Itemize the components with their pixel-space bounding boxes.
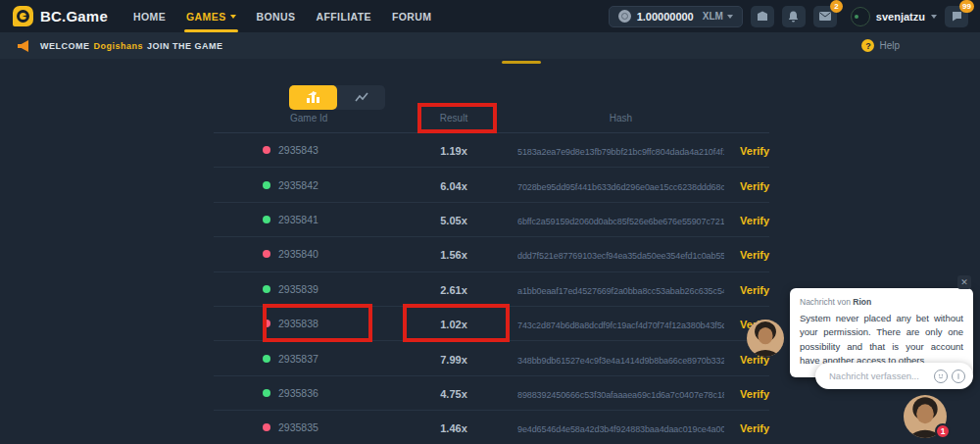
game-history-table: Game Id Result Hash 2935843 1.19x 5183a2…: [214, 103, 769, 444]
nav-item-label: AFFILIATE: [316, 11, 370, 23]
agent-avatar-photo: [747, 320, 784, 357]
table-row[interactable]: 2935839 2.61x a1bb0eaaf17ed4527669f2a0bb…: [214, 272, 769, 307]
currency-dropdown[interactable]: XLM: [703, 11, 733, 22]
main-nav: HOMEGAMESBONUSAFFILIATEFORUM: [133, 11, 432, 23]
nav-item-label: BONUS: [257, 11, 296, 23]
mail-badge: 2: [830, 0, 843, 13]
bc-game-logo-text: BC.Game: [40, 8, 108, 25]
megaphone-icon: [18, 40, 28, 52]
table-row[interactable]: 2935841 5.05x 6bffc2a59159d2060d0abc85f5…: [214, 203, 769, 237]
chat-toggle-button[interactable]: 99: [945, 6, 968, 27]
message-from-label: Nachricht von: [800, 297, 851, 307]
help-label: Help: [879, 40, 900, 51]
chevron-down-icon: [931, 15, 937, 19]
result-value: 4.75x: [440, 388, 467, 400]
verify-link[interactable]: Verify: [740, 284, 769, 296]
game-id-value: 2935842: [278, 179, 318, 191]
message-sender: Rion: [853, 297, 871, 307]
result-status-dot: [263, 355, 270, 363]
chat-unread-badge: 1: [935, 423, 951, 439]
chevron-down-icon: [727, 15, 733, 19]
trend-chart-icon: [355, 92, 368, 103]
nav-item-games[interactable]: GAMES: [186, 11, 236, 23]
verify-link[interactable]: Verify: [740, 180, 769, 192]
user-avatar-icon: [851, 7, 870, 26]
welcome-join: JOIN THE GAME: [147, 41, 223, 51]
result-value: 1.46x: [440, 422, 467, 434]
verify-link[interactable]: Verify: [740, 145, 769, 157]
game-id-value: 2935839: [278, 283, 318, 295]
header-hash: Hash: [517, 113, 724, 123]
chat-message-text: System never placed any bet without your…: [800, 312, 963, 368]
balance-selector[interactable]: 1.00000000 XLM: [609, 6, 743, 27]
game-id-value: 2935840: [278, 248, 318, 260]
result-status-dot: [263, 320, 270, 327]
result-value: 2.61x: [440, 284, 467, 296]
table-row[interactable]: 2935835 1.46x 9e4d6546d4e58a42d3b4f92488…: [214, 411, 769, 444]
hash-value: 7028be95dd95f441b633d6d296e0ae15cc6238dd…: [517, 182, 724, 192]
nav-item-label: GAMES: [186, 11, 226, 23]
result-value: 6.04x: [440, 180, 467, 192]
table-row[interactable]: 2935837 7.99x 348bb9db61527e4c9f3e4a1414…: [214, 341, 769, 375]
nav-item-label: FORUM: [392, 11, 432, 23]
mail-button[interactable]: 2: [813, 6, 837, 27]
nav-item-affiliate[interactable]: AFFILIATE: [316, 11, 370, 23]
header-result: Result: [390, 113, 517, 123]
verify-link[interactable]: Verify: [740, 422, 769, 434]
table-header-row: Game Id Result Hash: [214, 103, 769, 133]
active-tab-indicator: [502, 61, 541, 64]
hash-value: 5183a2ea7e9d8e13fb79bbf21bc9ffc804dada4a…: [517, 147, 724, 157]
result-status-dot: [263, 423, 270, 431]
notifications-button[interactable]: [782, 6, 806, 27]
hash-value: 6bffc2a59159d2060d0abc85f526e6be676e5590…: [517, 217, 724, 226]
result-status-dot: [263, 285, 270, 293]
welcome-bar: WELCOME Dogishans JOIN THE GAME ? Help: [0, 32, 980, 59]
attachment-icon[interactable]: [952, 370, 965, 383]
hash-value: a1bb0eaaf17ed4527669f2a0bba8cc53abab26c6…: [517, 286, 724, 296]
verify-link[interactable]: Verify: [740, 249, 769, 261]
chevron-down-icon: [230, 15, 236, 19]
chat-badge: 99: [959, 0, 974, 13]
currency-label: XLM: [703, 11, 723, 22]
chat-input[interactable]: [815, 370, 934, 381]
hash-value: 743c2d874b6d8a8dcdf9fc19acf4d70f74f12a38…: [517, 321, 724, 330]
table-row[interactable]: 2935836 4.75x 8988392450666c53f30afaaaea…: [214, 376, 769, 411]
game-id-value: 2935838: [278, 318, 318, 329]
verify-link[interactable]: Verify: [740, 215, 769, 226]
chat-composer: [815, 363, 973, 389]
coin-icon: [618, 10, 631, 23]
bc-game-logo[interactable]: BC.Game: [13, 6, 108, 26]
result-value: 7.99x: [440, 354, 467, 366]
table-row[interactable]: 2935840 1.56x ddd7f521e87769103ecf94ea35…: [214, 237, 769, 271]
table-row[interactable]: 2935843 1.19x 5183a2ea7e9d8e13fb79bbf21b…: [214, 133, 769, 168]
table-body: 2935843 1.19x 5183a2ea7e9d8e13fb79bbf21b…: [214, 133, 769, 444]
topbar-right: 1.00000000 XLM 2 svenjatzu 99: [609, 6, 968, 27]
result-status-dot: [263, 216, 270, 223]
game-id-value: 2935835: [278, 421, 318, 433]
hash-value: 348bb9db61527e4c9f3e4a1414d9b8ba66ce8970…: [517, 356, 724, 366]
chat-close-icon[interactable]: ✕: [957, 275, 971, 289]
game-id-value: 2935836: [278, 387, 318, 399]
result-value: 1.02x: [440, 319, 467, 330]
nav-item-forum[interactable]: FORUM: [392, 11, 432, 23]
user-menu[interactable]: svenjatzu: [851, 7, 937, 26]
table-row[interactable]: 2935838 1.02x 743c2d874b6d8a8dcdf9fc19ac…: [214, 307, 769, 341]
welcome-username[interactable]: Dogishans: [94, 41, 144, 51]
hash-value: 8988392450666c53f30afaaaea69c1d6a7c0407e…: [517, 390, 724, 400]
nav-item-bonus[interactable]: BONUS: [257, 11, 296, 23]
help-button[interactable]: ? Help: [861, 39, 900, 52]
game-id-value: 2935841: [278, 214, 318, 225]
bell-icon: [788, 11, 799, 23]
result-value: 1.19x: [440, 145, 467, 157]
vault-button[interactable]: [751, 6, 774, 27]
nav-item-home[interactable]: HOME: [133, 11, 166, 23]
username: svenjatzu: [876, 11, 925, 23]
welcome-message: WELCOME Dogishans JOIN THE GAME: [40, 41, 223, 51]
game-id-value: 2935837: [278, 353, 318, 365]
mail-icon: [819, 12, 831, 21]
emoji-icon[interactable]: [934, 370, 948, 383]
table-row[interactable]: 2935842 6.04x 7028be95dd95f441b633d6d296…: [214, 168, 769, 202]
welcome-word: WELCOME: [40, 41, 90, 51]
verify-link[interactable]: Verify: [740, 388, 769, 400]
agent-avatar: [747, 320, 784, 357]
